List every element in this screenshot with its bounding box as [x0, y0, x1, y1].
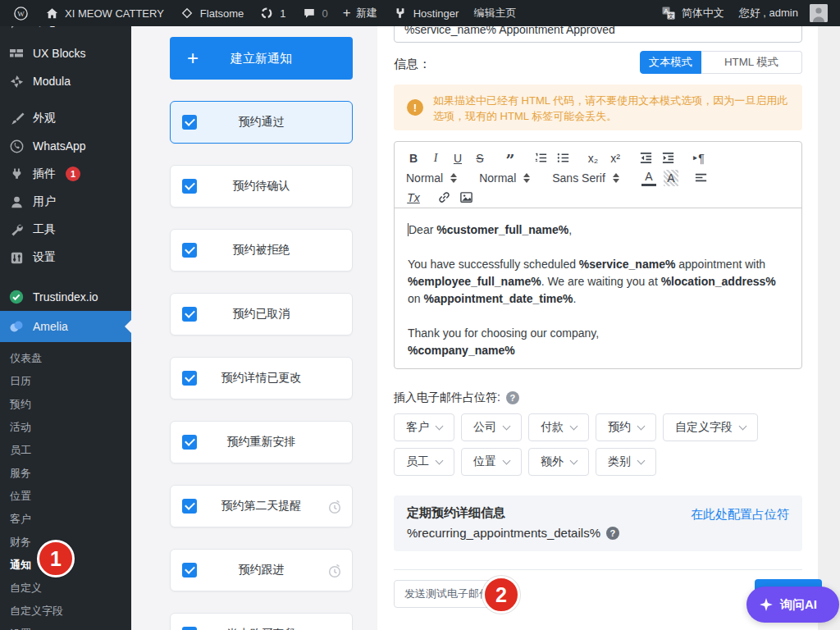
- hostinger-menu[interactable]: Hostinger: [385, 0, 467, 26]
- text-direction-icon[interactable]: ‣¶: [691, 150, 705, 167]
- sidebar-item-appearance[interactable]: 外观: [0, 104, 131, 132]
- checkbox-checked[interactable]: [182, 371, 197, 386]
- notification-card-next-day-reminder[interactable]: 预约第二天提醒: [170, 485, 353, 527]
- plug-icon: [8, 166, 25, 182]
- placeholder-dropdown-custom-fields[interactable]: 自定义字段: [663, 413, 758, 441]
- link-icon[interactable]: [436, 189, 451, 206]
- checkbox-checked[interactable]: [182, 627, 197, 630]
- ask-ai-label: 询问AI: [780, 597, 817, 613]
- account-menu[interactable]: 您好 , admin: [732, 0, 835, 26]
- checkbox-checked[interactable]: [182, 243, 197, 258]
- placeholder-dropdown-extras[interactable]: 额外: [528, 448, 589, 476]
- submenu-item-appointments[interactable]: 预约: [0, 393, 131, 416]
- submenu-item-calendar[interactable]: 日历: [0, 370, 131, 393]
- submenu-item-events[interactable]: 活动: [0, 416, 131, 439]
- site-name-link[interactable]: XI MEOW CATTERY: [36, 0, 171, 26]
- notification-card-package[interactable]: 尚未购买套餐: [170, 613, 353, 630]
- sidebar-item-amelia[interactable]: Amelia: [0, 311, 131, 342]
- sidebar-item-plugins[interactable]: 插件 1: [0, 160, 131, 188]
- blockquote-icon[interactable]: ”: [503, 152, 518, 168]
- language-switcher[interactable]: A文 简体中文: [653, 0, 732, 26]
- plus-icon: +: [343, 6, 351, 20]
- plugins-update-badge: 1: [66, 167, 80, 181]
- checkbox-checked[interactable]: [182, 307, 197, 322]
- submenu-item-customize[interactable]: 自定义: [0, 577, 131, 600]
- bullet-list-icon[interactable]: [555, 150, 570, 167]
- sidebar-item-modula[interactable]: Modula: [0, 67, 131, 95]
- placeholder-dropdown-category[interactable]: 类别: [596, 448, 656, 476]
- outdent-icon[interactable]: [638, 150, 653, 167]
- checkbox-checked[interactable]: [182, 115, 197, 130]
- text-mode-button[interactable]: 文本模式: [640, 51, 701, 74]
- background-color-icon[interactable]: A: [664, 170, 678, 186]
- plus-icon: +: [187, 48, 199, 68]
- ordered-list-icon[interactable]: [533, 150, 548, 167]
- italic-icon[interactable]: I: [428, 150, 443, 167]
- sidebar-item-settings[interactable]: 设置: [0, 244, 131, 272]
- placeholder-dropdown-appointment[interactable]: 预约: [596, 413, 656, 441]
- theme-link[interactable]: Flatsome: [171, 0, 251, 26]
- sidebar-item-trustindex[interactable]: Trustindex.io: [0, 283, 131, 311]
- edit-home-link[interactable]: 编辑主页: [466, 0, 523, 26]
- new-content-menu[interactable]: + 新建: [336, 0, 385, 26]
- placeholder-dropdown-location[interactable]: 位置: [461, 448, 522, 476]
- size-select[interactable]: Normal: [479, 171, 530, 185]
- checkbox-checked[interactable]: [182, 435, 197, 450]
- admin-bar-right: A文 简体中文 您好 , admin: [653, 0, 835, 26]
- placeholder-dropdown-employee[interactable]: 员工: [394, 448, 454, 476]
- checkbox-checked[interactable]: [182, 563, 197, 578]
- html-mode-button[interactable]: HTML 模式: [701, 51, 802, 74]
- submenu-item-customers[interactable]: 客户: [0, 508, 131, 531]
- submenu-item-custom-fields[interactable]: 自定义字段: [0, 600, 131, 623]
- sidebar-item-whatsapp[interactable]: WhatsApp: [0, 132, 131, 160]
- timer-icon: [326, 499, 343, 515]
- placeholder-dropdown-customer[interactable]: 客户: [394, 413, 454, 441]
- underline-icon[interactable]: U: [450, 150, 465, 167]
- sidebar-item-comments[interactable]: 评论: [0, 26, 131, 36]
- bold-icon[interactable]: B: [406, 150, 421, 167]
- notification-card-approved[interactable]: 预约通过: [170, 101, 353, 144]
- submenu-item-settings[interactable]: 设置: [0, 623, 131, 630]
- placeholder-dropdown-company[interactable]: 公司: [461, 413, 522, 441]
- wp-logo-menu[interactable]: W: [5, 0, 36, 26]
- updates-link[interactable]: 1: [251, 0, 293, 26]
- configure-placeholder-link[interactable]: 在此处配置占位符: [691, 507, 789, 523]
- checkbox-checked[interactable]: [182, 179, 197, 194]
- ask-ai-button[interactable]: 询问AI: [746, 587, 839, 623]
- notification-card-canceled[interactable]: 预约已取消: [170, 293, 353, 336]
- submenu-item-locations[interactable]: 位置: [0, 485, 131, 508]
- align-icon[interactable]: [694, 170, 709, 186]
- help-icon[interactable]: [506, 391, 519, 404]
- text-color-icon[interactable]: A: [641, 170, 656, 186]
- notification-card-rescheduled[interactable]: 预约重新安排: [170, 421, 353, 463]
- notification-label: 预约被拒绝: [171, 243, 352, 258]
- image-icon[interactable]: [459, 189, 473, 206]
- sidebar-item-label: WhatsApp: [33, 139, 86, 153]
- sidebar-item-tools[interactable]: 工具: [0, 216, 131, 244]
- checkbox-checked[interactable]: [182, 499, 197, 514]
- select-caret-icon: [450, 173, 457, 183]
- placeholder-dropdown-payment[interactable]: 付款: [528, 413, 589, 441]
- notification-card-follow-up[interactable]: 预约跟进: [170, 549, 353, 591]
- strikethrough-icon[interactable]: S: [472, 150, 487, 167]
- submenu-label: 员工: [10, 443, 31, 458]
- comments-link[interactable]: 0: [294, 0, 336, 26]
- submenu-item-dashboard[interactable]: 仪表盘: [0, 347, 131, 370]
- clean-format-icon[interactable]: Tx: [406, 189, 421, 206]
- superscript-icon[interactable]: x²: [608, 150, 623, 167]
- notification-card-pending[interactable]: 预约待确认: [170, 165, 353, 208]
- indent-icon[interactable]: [660, 150, 675, 167]
- email-body[interactable]: Dear %customer_full_name%, You have succ…: [395, 208, 801, 372]
- mode-toggle: 文本模式 HTML 模式: [640, 51, 802, 74]
- sidebar-item-ux-blocks[interactable]: UX Blocks: [0, 39, 131, 67]
- font-select[interactable]: Sans Serif: [552, 171, 619, 185]
- submenu-item-services[interactable]: 服务: [0, 462, 131, 485]
- notification-card-details-changed[interactable]: 预约详情已更改: [170, 357, 353, 399]
- notification-card-rejected[interactable]: 预约被拒绝: [170, 229, 353, 272]
- sidebar-item-users[interactable]: 用户: [0, 188, 131, 216]
- help-icon[interactable]: [606, 527, 619, 540]
- subscript-icon[interactable]: x₂: [586, 150, 600, 167]
- create-notification-button[interactable]: + 建立新通知: [170, 37, 353, 80]
- submenu-item-employees[interactable]: 员工: [0, 439, 131, 462]
- header-select[interactable]: Normal: [406, 171, 457, 185]
